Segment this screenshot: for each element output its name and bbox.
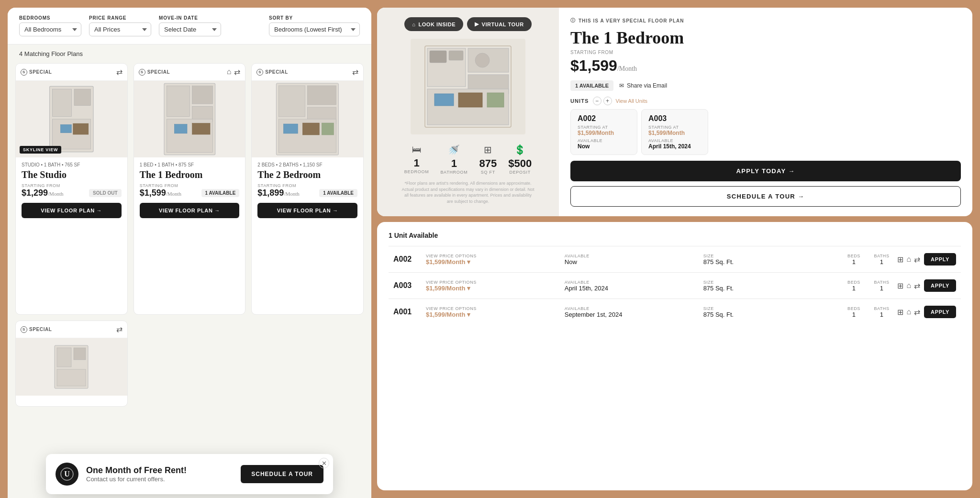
table-avail-label-a003: AVAILABLE: [565, 280, 700, 285]
table-beds-val-a001: 1: [842, 311, 866, 318]
view-floorplan-2bed[interactable]: VIEW FLOOR PLAN →: [257, 203, 357, 218]
table-price-val-a003[interactable]: $1,599/Month ▾: [426, 285, 561, 292]
bedrooms-filter-group: BEDROOMS All Bedrooms: [19, 15, 81, 36]
table-price-val-a001[interactable]: $1,599/Month ▾: [426, 311, 561, 318]
table-size-col-a003: SIZE 875 Sq. Ft.: [703, 280, 838, 292]
table-avail-val-a002: Now: [565, 258, 700, 266]
svg-rect-32: [434, 94, 454, 106]
unit-name-1bed: The 1 Bedroom: [140, 169, 240, 180]
tour-icon-a003[interactable]: ⇄: [914, 281, 920, 290]
unit-name-2bed: The 2 Bedroom: [257, 169, 357, 180]
schedule-tour-button[interactable]: SCHEDULE A TOUR →: [570, 186, 961, 207]
table-baths-label-a002: BATHS: [869, 254, 893, 258]
table-unit-id-a003: A003: [393, 281, 422, 290]
svg-rect-15: [308, 86, 336, 105]
movein-select[interactable]: Select Date: [159, 22, 221, 36]
svg-rect-22: [57, 348, 71, 367]
table-price-col-a003: VIEW PRICE OPTIONS $1,599/Month ▾: [426, 280, 561, 292]
tour-icon-a002[interactable]: ⇄: [914, 255, 920, 264]
email-icon: ✉: [619, 82, 624, 89]
avail-2bed: 1 AVAILABLE: [319, 189, 357, 197]
popup-close-button[interactable]: ✕: [319, 458, 329, 468]
unit-card-a003[interactable]: A003 STARTING AT $1,599/Month AVAILABLE …: [641, 109, 708, 155]
house-icon-a002[interactable]: ⌂: [906, 255, 911, 264]
table-baths-col-a003: BATHS 1: [869, 280, 893, 292]
fp-units-header: UNITS − + View All Units: [570, 97, 961, 105]
special-badge-partial: S SPECIAL: [21, 326, 52, 333]
fp-avail-pill: 1 AVAILABLE: [570, 80, 613, 91]
house-icon-a003[interactable]: ⌂: [906, 281, 911, 290]
sort-select[interactable]: Bedrooms (Lowest First): [269, 22, 360, 36]
apply-button-a001[interactable]: APPLY: [924, 306, 956, 318]
price-select[interactable]: All Prices: [89, 22, 151, 36]
table-icons-a001: ⊞ ⌂ ⇄: [897, 308, 920, 317]
view-floorplan-studio[interactable]: VIEW FLOOR PLAN →: [22, 203, 122, 218]
svg-rect-35: [430, 51, 446, 63]
table-row-a003: A003 VIEW PRICE OPTIONS $1,599/Month ▾ A…: [389, 272, 961, 299]
floorplan-icon-a002[interactable]: ⊞: [897, 255, 903, 264]
fp-stat-sqft: ⊞ 875 SQ FT: [479, 144, 497, 175]
card-header-1bed: S SPECIAL ⌂ ⇄: [134, 64, 245, 81]
table-size-val-a003: 875 Sq. Ft.: [703, 285, 838, 292]
table-price-col-a001: VIEW PRICE OPTIONS $1,599/Month ▾: [426, 306, 561, 318]
bed-icon: 🛏: [404, 144, 429, 155]
apply-button-a003[interactable]: APPLY: [924, 279, 956, 292]
unit-specs-2bed: 2 BEDS • 2 BATHS • 1,150 SF: [257, 162, 357, 167]
unit-card-a002[interactable]: A002 STARTING AT $1,599/Month AVAILABLE …: [570, 109, 637, 155]
floorplan-icon-a001[interactable]: ⊞: [897, 308, 903, 317]
svg-text:U: U: [64, 470, 70, 478]
table-baths-val-a003: 1: [869, 285, 893, 292]
svg-rect-23: [74, 348, 86, 360]
svg-rect-19: [303, 123, 320, 135]
virtual-tour-button[interactable]: ▶ VIRTUAL TOUR: [467, 17, 532, 31]
card-image-partial: [16, 338, 127, 396]
unit-price-a002: $1,599/Month: [578, 130, 630, 136]
units-table-section: 1 Unit Available A002 VIEW PRICE OPTIONS…: [377, 222, 972, 490]
table-avail-label-a002: AVAILABLE: [565, 254, 700, 258]
fp-price-month: /Month: [617, 65, 637, 72]
units-next-button[interactable]: +: [603, 97, 612, 105]
special-badge-2bed: S SPECIAL: [256, 69, 288, 76]
popup-schedule-tour-button[interactable]: SCHEDULE A TOUR: [241, 465, 323, 483]
house-icon-a001[interactable]: ⌂: [906, 308, 911, 316]
table-icons-a003: ⊞ ⌂ ⇄: [897, 281, 920, 290]
floor-card-studio[interactable]: S SPECIAL ⇄ SKYLINE VIEW: [15, 63, 128, 315]
fp-beds-label: BEDROOM: [404, 169, 429, 174]
card-body-2bed: 2 BEDS • 2 BATHS • 1,150 SF The 2 Bedroo…: [252, 157, 363, 223]
fp-stat-beds: 🛏 1 BEDROOM: [404, 144, 429, 175]
apply-today-button[interactable]: APPLY TODAY →: [570, 161, 961, 181]
fp-baths-val: 1: [440, 157, 468, 170]
apply-button-a002[interactable]: APPLY: [924, 253, 956, 266]
floor-card-partial[interactable]: S SPECIAL ⇄: [15, 321, 128, 407]
popup-logo-icon: U: [56, 463, 78, 486]
floorplan-icon-a003[interactable]: ⊞: [897, 281, 903, 290]
unit-id-a003: A003: [648, 114, 701, 123]
popup-text: One Month of Free Rent! Contact us for c…: [86, 465, 233, 483]
svg-rect-33: [458, 93, 482, 107]
fp-disclaimer: *Floor plans are artist's rendering. All…: [401, 180, 535, 204]
movein-filter-group: MOVE-IN DATE Select Date: [159, 15, 221, 36]
view-floorplan-1bed[interactable]: VIEW FLOOR PLAN →: [140, 203, 240, 218]
special-circle-icon-2bed: S: [256, 69, 263, 76]
table-price-val-a002[interactable]: $1,599/Month ▾: [426, 258, 561, 266]
units-prev-button[interactable]: −: [593, 97, 601, 105]
share-via-email-button[interactable]: ✉ Share via Email: [619, 82, 667, 89]
bedrooms-select[interactable]: All Bedrooms: [19, 22, 81, 36]
share-icon: ⇄: [116, 67, 122, 77]
look-inside-button[interactable]: ⌂ LOOK INSIDE: [404, 17, 463, 31]
tour-icon-a001[interactable]: ⇄: [914, 308, 920, 317]
svg-rect-7: [167, 86, 189, 117]
fp-detail-pane: ⓘ THIS IS A VERY SPECIAL FLOOR PLAN The …: [559, 8, 972, 216]
card-header-partial: S SPECIAL ⇄: [16, 321, 127, 338]
card-header-studio: S SPECIAL ⇄: [16, 64, 127, 81]
svg-rect-34: [487, 93, 504, 107]
special-circle-icon-1bed: S: [139, 69, 145, 76]
floor-card-2bed[interactable]: S SPECIAL ⇄: [251, 63, 364, 315]
floorplan-svg-1bed: [134, 81, 245, 157]
table-icons-a002: ⊞ ⌂ ⇄: [897, 255, 920, 264]
svg-rect-12: [192, 123, 210, 134]
svg-rect-4: [60, 124, 71, 133]
floor-card-1bed[interactable]: S SPECIAL ⌂ ⇄: [134, 63, 246, 315]
view-all-units-link[interactable]: View All Units: [616, 98, 647, 104]
price-filter-group: PRICE RANGE All Prices: [89, 15, 151, 36]
